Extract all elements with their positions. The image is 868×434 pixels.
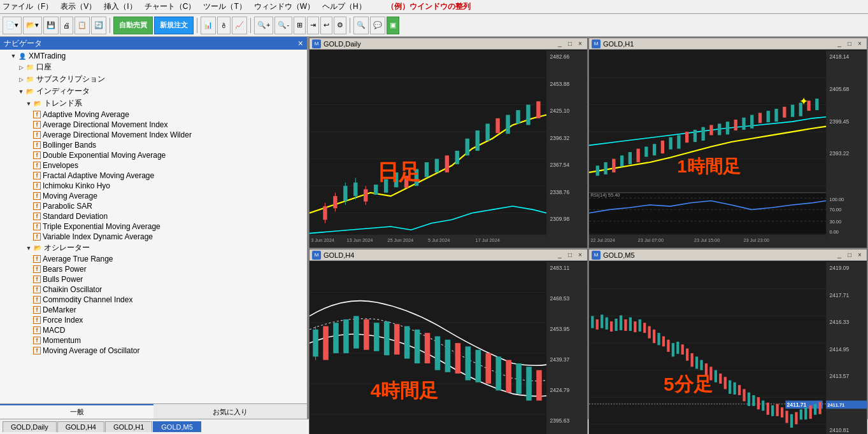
nav-item-admi[interactable]: f Average Directional Movement Index: [0, 120, 307, 130]
nav-item-stddev[interactable]: f Standard Deviation: [0, 211, 307, 221]
signal-btn[interactable]: ▣: [387, 17, 399, 34]
message-btn[interactable]: 💬: [370, 17, 385, 34]
copy-btn[interactable]: 📋: [75, 17, 90, 34]
zoom-out-btn[interactable]: 🔍-: [274, 17, 292, 34]
open-btn[interactable]: 📂▾: [23, 17, 42, 34]
nav-item-cci[interactable]: f Commodity Channel Index: [0, 295, 307, 305]
nav-label-atr: Average True Range: [43, 255, 113, 263]
nav-item-admiw[interactable]: f Average Directional Movement Index Wil…: [0, 130, 307, 140]
nav-item-bears[interactable]: f Bears Power: [0, 264, 307, 274]
menu-tools[interactable]: ツール（T）: [203, 1, 246, 12]
folder-osc-icon: 📂: [33, 244, 42, 253]
svg-text:22 Jul 2024: 22 Jul 2024: [590, 237, 615, 243]
nav-item-tema[interactable]: f Triple Exponential Moving Average: [0, 221, 307, 232]
menu-help[interactable]: ヘルプ（H）: [322, 1, 366, 12]
chart-m5-close[interactable]: ×: [855, 251, 864, 260]
properties-btn[interactable]: ⚙: [334, 17, 346, 34]
menu-chart[interactable]: チャート（C）: [145, 1, 196, 12]
svg-rect-129: [485, 353, 491, 384]
refresh-btn[interactable]: 🔄: [91, 17, 106, 34]
chart-m5-minimize[interactable]: _: [835, 251, 844, 260]
f-icon-bears: f: [33, 265, 41, 273]
menu-window[interactable]: ウィンドウ（W）: [254, 1, 315, 12]
tab-gold-daily[interactable]: GOLD,Daily: [3, 421, 57, 432]
nav-item-ama[interactable]: f Adaptive Moving Average: [0, 109, 307, 120]
chart-daily-minimize[interactable]: _: [555, 39, 564, 48]
nav-item-subscription[interactable]: ▷ 📁 サブスクリプション: [0, 73, 307, 85]
svg-rect-24: [445, 155, 449, 172]
svg-rect-133: [526, 367, 532, 401]
nav-label-frama: Fractal Adaptive Moving Average: [43, 171, 154, 180]
menu-view[interactable]: 表示（V）: [60, 1, 96, 12]
nav-label-indicator: インディケータ: [36, 86, 90, 97]
zoom-in-btn[interactable]: 🔍+: [254, 17, 273, 34]
nav-item-atr[interactable]: f Average True Range: [0, 254, 307, 264]
nav-item-ma[interactable]: f Moving Average: [0, 191, 307, 201]
chart-h1-close[interactable]: ×: [855, 39, 864, 48]
nav-item-xmtrading[interactable]: ▼ 👤 XMTrading: [0, 51, 307, 61]
nav-tab-general[interactable]: 一般: [0, 404, 153, 419]
expand-xmtrading-icon[interactable]: ▼: [10, 53, 17, 59]
search-btn[interactable]: 🔍: [353, 17, 369, 34]
nav-tab-favorites[interactable]: お気に入り: [153, 404, 307, 419]
nav-item-demarker[interactable]: f DeMarker: [0, 305, 307, 315]
svg-rect-30: [506, 115, 509, 134]
tab-gold-h1[interactable]: GOLD,H1: [105, 421, 152, 432]
scroll-right-btn[interactable]: ⇥: [307, 17, 319, 34]
nav-item-bb[interactable]: f Bollinger Bands: [0, 140, 307, 150]
chart-line-btn[interactable]: 📈: [232, 17, 247, 34]
svg-rect-125: [445, 340, 451, 372]
nav-label-osc: オシレーター: [44, 242, 90, 253]
nav-item-ikh[interactable]: f Ichimoku Kinko Hyo: [0, 181, 307, 191]
nav-item-koza[interactable]: ▷ 📁 口座: [0, 61, 307, 73]
expand-trend-icon[interactable]: ▼: [25, 101, 32, 107]
nav-item-trend[interactable]: ▼ 📂 トレンド系: [0, 97, 307, 109]
chart-h4-close[interactable]: ×: [576, 251, 585, 260]
nav-item-bulls[interactable]: f Bulls Power: [0, 274, 307, 284]
print-btn[interactable]: 🖨: [60, 17, 73, 34]
auto-trade-btn[interactable]: 自動売買: [113, 17, 153, 34]
svg-text:RSI(14) 55.40: RSI(14) 55.40: [590, 192, 620, 198]
nav-item-osc[interactable]: ▼ 📂 オシレーター: [0, 242, 307, 254]
navigator-close-btn[interactable]: ×: [298, 38, 303, 48]
nav-item-env[interactable]: f Envelopes: [0, 160, 307, 171]
nav-item-force[interactable]: f Force Index: [0, 315, 307, 325]
nav-item-indicator[interactable]: ▼ 📂 インディケータ: [0, 85, 307, 97]
expand-osc-icon[interactable]: ▼: [25, 245, 32, 251]
nav-item-macd[interactable]: f MACD: [0, 325, 307, 335]
chart-h1-maximize[interactable]: □: [845, 39, 854, 48]
nav-label-cci: Commodity Channel Index: [43, 295, 132, 304]
f-icon-demarker: f: [33, 306, 41, 314]
nav-item-psar[interactable]: f Parabolic SAR: [0, 201, 307, 211]
chart-daily-close[interactable]: ×: [576, 39, 585, 48]
svg-text:100.00: 100.00: [830, 197, 844, 202]
nav-item-chaikin[interactable]: f Chaikin Oscillator: [0, 284, 307, 295]
chart-h4-minimize[interactable]: _: [555, 251, 564, 260]
nav-item-dema[interactable]: f Double Exponential Moving Average: [0, 150, 307, 160]
chart-h4-maximize[interactable]: □: [566, 251, 574, 260]
scroll-left-btn[interactable]: ↩: [320, 17, 332, 34]
svg-rect-32: [526, 105, 530, 125]
tab-gold-m5[interactable]: GOLD,M5: [153, 421, 201, 432]
chart-h1-minimize[interactable]: _: [835, 39, 844, 48]
tab-gold-h4[interactable]: GOLD,H4: [57, 421, 104, 432]
new-btn[interactable]: 📄▾: [3, 17, 22, 34]
expand-indicator-icon[interactable]: ▼: [18, 88, 24, 95]
grid-btn[interactable]: ⊞: [294, 17, 306, 34]
chart-daily-controls: _ □ ×: [555, 39, 585, 48]
chart-m5: M GOLD,M5 _ □ ×: [588, 249, 867, 434]
menu-insert[interactable]: 挿入（I）: [104, 1, 136, 12]
chart-daily-maximize[interactable]: □: [566, 39, 574, 48]
new-order-btn[interactable]: 新規注文: [154, 17, 194, 34]
nav-item-frama[interactable]: f Fractal Adaptive Moving Average: [0, 171, 307, 181]
expand-koza-icon[interactable]: ▷: [18, 64, 24, 71]
chart-bar-btn[interactable]: 📊: [201, 17, 216, 34]
chart-m5-maximize[interactable]: □: [845, 251, 854, 260]
chart-candle-btn[interactable]: 🕯: [217, 17, 231, 34]
expand-sub-icon[interactable]: ▷: [18, 76, 24, 83]
menu-file[interactable]: ファイル（F）: [3, 1, 53, 12]
save-btn[interactable]: 💾: [43, 17, 59, 34]
nav-item-momentum[interactable]: f Momentum: [0, 335, 307, 346]
nav-item-vida[interactable]: f Variable Index Dynamic Average: [0, 232, 307, 242]
nav-item-mao[interactable]: f Moving Average of Oscillator: [0, 346, 307, 356]
